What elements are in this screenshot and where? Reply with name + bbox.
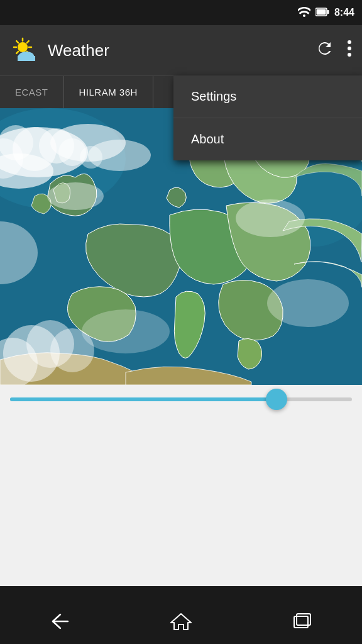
status-bar: 8:44	[0, 0, 362, 25]
nav-recents-button[interactable]	[277, 606, 327, 637]
slider-container	[0, 385, 362, 414]
svg-marker-45	[171, 614, 191, 630]
svg-point-26	[47, 182, 104, 210]
nav-bar	[0, 599, 362, 644]
battery-icon	[315, 8, 329, 18]
menu-item-settings[interactable]: Settings	[173, 75, 362, 118]
svg-point-39	[50, 328, 94, 372]
svg-point-27	[236, 199, 305, 237]
svg-line-10	[27, 41, 29, 43]
tab-hilram[interactable]: HILRAM 36H	[64, 76, 153, 108]
status-time: 8:44	[334, 7, 354, 18]
app-icon	[10, 36, 39, 65]
svg-point-3	[18, 42, 28, 52]
app-bar-right	[315, 39, 352, 62]
svg-point-17	[348, 47, 351, 50]
svg-rect-1	[327, 10, 329, 14]
dropdown-menu: Settings About	[173, 75, 362, 160]
svg-line-11	[16, 52, 18, 53]
svg-point-34	[80, 146, 102, 169]
tab-forecast[interactable]: ECAST	[0, 76, 64, 108]
svg-rect-15	[18, 56, 35, 61]
wifi-icon	[298, 7, 310, 19]
menu-item-about[interactable]: About	[173, 118, 362, 160]
slider-track[interactable]	[10, 397, 352, 401]
content-area	[0, 414, 362, 586]
svg-point-29	[82, 309, 170, 353]
nav-home-button[interactable]	[156, 606, 206, 637]
app-title: Weather	[48, 41, 109, 60]
app-bar: Weather	[0, 25, 362, 75]
slider-fill	[10, 397, 277, 401]
svg-line-8	[16, 41, 18, 43]
more-button[interactable]	[347, 39, 352, 62]
svg-point-18	[348, 53, 351, 57]
refresh-button[interactable]	[315, 39, 334, 62]
slider-thumb[interactable]	[266, 389, 287, 410]
svg-rect-2	[316, 9, 326, 14]
svg-point-16	[348, 40, 351, 44]
nav-back-button[interactable]	[35, 606, 85, 637]
app-bar-left: Weather	[10, 36, 109, 65]
svg-point-28	[267, 279, 349, 327]
